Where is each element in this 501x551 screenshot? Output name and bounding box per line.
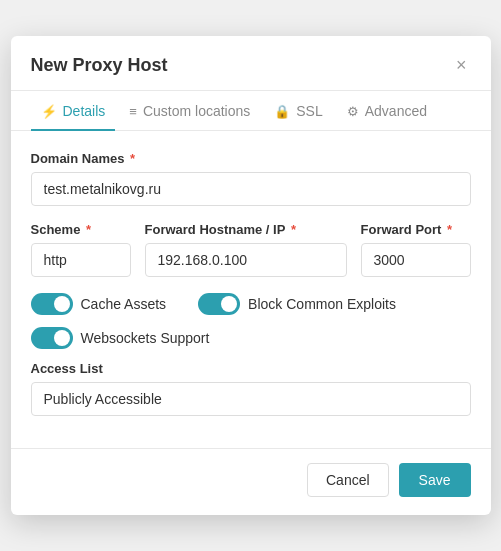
advanced-icon: ⚙ [347, 104, 359, 119]
cache-assets-toggle[interactable] [31, 293, 73, 315]
block-exploits-label: Block Common Exploits [248, 296, 396, 312]
toggle-row-1: Cache Assets Block Common Exploits [31, 293, 471, 315]
access-list-group: Access List [31, 361, 471, 416]
forward-port-label: Forward Port * [361, 222, 471, 237]
access-list-input[interactable] [31, 382, 471, 416]
block-exploits-slider [198, 293, 240, 315]
block-exploits-toggle-item: Block Common Exploits [198, 293, 396, 315]
tab-custom-locations[interactable]: ≡ Custom locations [119, 91, 260, 131]
domain-names-label: Domain Names * [31, 151, 471, 166]
websockets-label: Websockets Support [81, 330, 210, 346]
websockets-toggle-item: Websockets Support [31, 327, 210, 349]
custom-locations-icon: ≡ [129, 104, 137, 119]
new-proxy-host-modal: New Proxy Host × ⚡ Details ≡ Custom loca… [11, 36, 491, 515]
forward-port-input[interactable] [361, 243, 471, 277]
access-list-label: Access List [31, 361, 471, 376]
forward-port-col: Forward Port * [361, 222, 471, 277]
cache-assets-label: Cache Assets [81, 296, 167, 312]
domain-names-group: Domain Names * [31, 151, 471, 206]
cache-assets-toggle-item: Cache Assets [31, 293, 167, 315]
forward-hostname-label: Forward Hostname / IP * [145, 222, 347, 237]
cache-assets-slider [31, 293, 73, 315]
scheme-col: Scheme * [31, 222, 131, 277]
cancel-button[interactable]: Cancel [307, 463, 389, 497]
ssl-icon: 🔒 [274, 104, 290, 119]
modal-body: Domain Names * Scheme * Forward Hostname… [11, 131, 491, 448]
tab-advanced[interactable]: ⚙ Advanced [337, 91, 437, 131]
server-details-row: Scheme * Forward Hostname / IP * Forward… [31, 222, 471, 277]
websockets-slider [31, 327, 73, 349]
domain-names-required: * [126, 151, 135, 166]
details-icon: ⚡ [41, 104, 57, 119]
modal-title: New Proxy Host [31, 55, 168, 76]
close-button[interactable]: × [452, 54, 471, 76]
block-exploits-toggle[interactable] [198, 293, 240, 315]
domain-names-input[interactable] [31, 172, 471, 206]
tab-details[interactable]: ⚡ Details [31, 91, 116, 131]
modal-footer: Cancel Save [11, 448, 491, 515]
forward-hostname-col: Forward Hostname / IP * [145, 222, 347, 277]
modal-header: New Proxy Host × [11, 36, 491, 91]
save-button[interactable]: Save [399, 463, 471, 497]
toggle-row-2: Websockets Support [31, 327, 471, 349]
forward-hostname-input[interactable] [145, 243, 347, 277]
scheme-input[interactable] [31, 243, 131, 277]
tabs-bar: ⚡ Details ≡ Custom locations 🔒 SSL ⚙ Adv… [11, 91, 491, 131]
scheme-label: Scheme * [31, 222, 131, 237]
websockets-toggle[interactable] [31, 327, 73, 349]
tab-ssl[interactable]: 🔒 SSL [264, 91, 332, 131]
